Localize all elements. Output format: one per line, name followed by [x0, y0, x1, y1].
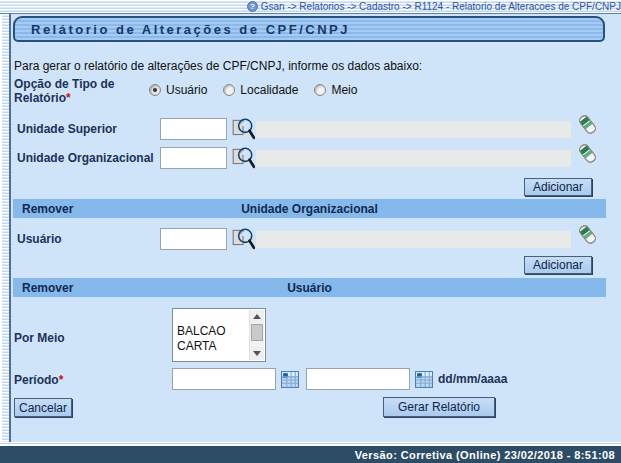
radio-usuario-control[interactable]: [149, 84, 161, 96]
calendar-icon[interactable]: [281, 371, 299, 388]
form-content: Relátorio de Alterações de CPF/CNPJ Para…: [11, 14, 621, 442]
remover-column-header: Remover: [22, 281, 73, 295]
usuario-table-header: Remover Usuário: [13, 278, 606, 297]
usuario-column-header: Usuário: [13, 281, 606, 295]
unidade-superior-display: [256, 121, 571, 138]
version-bar: Versão: Corretiva (Online) 23/02/2018 - …: [0, 446, 621, 463]
radio-localidade-control[interactable]: [223, 84, 235, 96]
breadcrumb-bar: Gsan -> Relatorios -> Cadastro -> R1124 …: [0, 0, 621, 13]
adicionar-unidade-button[interactable]: Adicionar: [524, 178, 592, 196]
por-meio-label: Por Meio: [14, 331, 65, 345]
adicionar-usuario-button[interactable]: Adicionar: [524, 256, 592, 274]
unidade-table-header: Remover Unidade Organizacional: [13, 199, 606, 218]
calendar-icon[interactable]: [415, 371, 433, 388]
report-type-radiogroup: Usuário Localidade Meio: [149, 83, 357, 97]
eraser-icon[interactable]: [577, 114, 598, 135]
breadcrumb: Gsan -> Relatorios -> Cadastro -> R1124 …: [261, 1, 621, 13]
radio-usuario-label[interactable]: Usuário: [166, 83, 207, 97]
intro-text: Para gerar o relatório de alterações de …: [14, 59, 422, 73]
unidade-column-header: Unidade Organizacional: [13, 202, 606, 216]
unidade-superior-label: Unidade Superior: [17, 122, 117, 136]
left-striped-rail: [2, 14, 11, 442]
por-meio-listbox[interactable]: BALCAO CARTA: [172, 308, 266, 362]
version-text: Versão: Corretiva (Online) 23/02/2018 - …: [355, 449, 615, 461]
radio-meio-control[interactable]: [314, 84, 326, 96]
scrollbar-thumb[interactable]: [251, 324, 263, 341]
page-title-text: Relátorio de Alterações de CPF/CNPJ: [31, 22, 350, 37]
cancelar-button[interactable]: Cancelar: [14, 398, 72, 417]
eraser-icon[interactable]: [577, 143, 598, 164]
listbox-scrollbar[interactable]: [249, 310, 264, 360]
help-icon[interactable]: [247, 1, 258, 12]
radio-localidade[interactable]: Localidade: [223, 83, 298, 97]
usuario-display: [256, 231, 571, 248]
radio-localidade-label[interactable]: Localidade: [240, 83, 298, 97]
unidade-superior-input[interactable]: [160, 118, 227, 140]
periodo-end-input[interactable]: [306, 368, 410, 390]
scroll-up-icon[interactable]: [250, 310, 264, 323]
unidade-organizacional-label: Unidade Organizacional: [17, 151, 154, 165]
radio-meio-label[interactable]: Meio: [331, 83, 357, 97]
search-icon[interactable]: [231, 145, 255, 169]
report-type-label: Opção de Tipo de Relatório*: [14, 77, 156, 105]
search-icon[interactable]: [231, 116, 255, 140]
radio-usuario[interactable]: Usuário: [149, 83, 207, 97]
periodo-start-input[interactable]: [172, 368, 276, 390]
main-frame: Relátorio de Alterações de CPF/CNPJ Para…: [0, 13, 621, 442]
unidade-organizacional-display: [256, 150, 571, 167]
gsan-report-window: Gsan -> Relatorios -> Cadastro -> R1124 …: [0, 0, 621, 463]
usuario-input[interactable]: [160, 228, 227, 250]
eraser-icon[interactable]: [577, 224, 598, 245]
scroll-down-icon[interactable]: [250, 347, 264, 360]
remover-column-header: Remover: [22, 202, 73, 216]
radio-meio[interactable]: Meio: [314, 83, 357, 97]
date-format-hint: dd/mm/aaaa: [438, 372, 507, 386]
usuario-label: Usuário: [17, 232, 62, 246]
footer-separator: [0, 443, 621, 444]
gerar-relatorio-button[interactable]: Gerar Relatório: [383, 397, 495, 417]
periodo-label: Período*: [14, 373, 63, 387]
unidade-organizacional-input[interactable]: [160, 147, 227, 169]
search-icon[interactable]: [231, 226, 255, 250]
page-title: Relátorio de Alterações de CPF/CNPJ: [13, 16, 605, 42]
